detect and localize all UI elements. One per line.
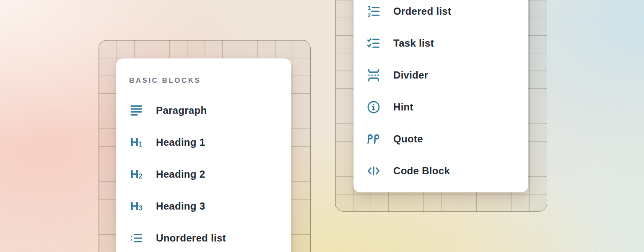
hint-icon <box>366 100 381 114</box>
basic-blocks-menu: BASIC BLOCKS Paragraph H1 Heading 1 H2 H… <box>116 58 291 252</box>
quote-icon <box>366 132 381 146</box>
divider-icon <box>366 68 381 82</box>
menu-item-heading-3[interactable]: H3 Heading 3 <box>116 190 291 222</box>
task-list-icon <box>366 36 381 50</box>
menu-item-label: Paragraph <box>156 105 207 116</box>
menu-item-list: 1 2 Ordered list Task list Divider Hint <box>353 0 528 187</box>
menu-item-label: Unordered list <box>156 232 226 244</box>
menu-item-ordered-list[interactable]: 1 2 Ordered list <box>353 0 528 27</box>
blocks-menu-continued: 1 2 Ordered list Task list Divider Hint <box>353 0 528 192</box>
menu-item-label: Code Block <box>393 165 450 177</box>
heading-3-icon: H3 <box>129 199 143 213</box>
svg-text:1: 1 <box>368 5 371 11</box>
paragraph-icon <box>129 103 143 118</box>
svg-text:2: 2 <box>368 12 371 18</box>
menu-item-heading-2[interactable]: H2 Heading 2 <box>116 158 291 190</box>
menu-item-label: Heading 3 <box>156 200 205 212</box>
ordered-list-icon: 1 2 <box>366 4 381 18</box>
menu-item-quote[interactable]: Quote <box>353 123 528 155</box>
menu-item-label: Hint <box>393 101 413 113</box>
menu-item-label: Task list <box>393 37 434 49</box>
heading-2-icon: H2 <box>129 167 143 181</box>
heading-1-icon: H1 <box>129 135 143 150</box>
menu-item-label: Divider <box>393 69 428 81</box>
menu-item-list: Paragraph H1 Heading 1 H2 Heading 2 H3 H… <box>116 94 291 252</box>
menu-item-hint[interactable]: Hint <box>353 91 528 123</box>
menu-item-label: Ordered list <box>393 5 451 17</box>
menu-section-header: BASIC BLOCKS <box>129 76 291 85</box>
menu-item-label: Heading 1 <box>156 136 205 148</box>
menu-item-paragraph[interactable]: Paragraph <box>116 94 291 126</box>
menu-item-task-list[interactable]: Task list <box>353 27 528 59</box>
unordered-list-icon <box>129 231 143 245</box>
menu-item-code-block[interactable]: Code Block <box>353 155 528 187</box>
code-block-icon <box>366 164 381 178</box>
hero-illustration: BASIC BLOCKS Paragraph H1 Heading 1 H2 H… <box>0 0 644 252</box>
menu-item-label: Quote <box>393 133 423 145</box>
menu-item-unordered-list[interactable]: Unordered list <box>116 222 291 252</box>
menu-item-label: Heading 2 <box>156 168 205 180</box>
menu-item-divider[interactable]: Divider <box>353 59 528 91</box>
menu-item-heading-1[interactable]: H1 Heading 1 <box>116 126 291 158</box>
